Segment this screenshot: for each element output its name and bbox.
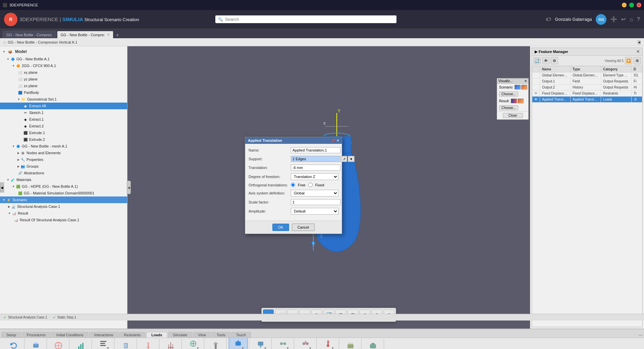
translation-input[interactable] (291, 165, 340, 171)
tree-item[interactable]: ⬛ Extrude.1 (0, 129, 127, 136)
applied-translation-button[interactable]: ▼ Applied Translation (229, 338, 248, 349)
dialog-cancel-button[interactable]: Cancel (292, 224, 315, 231)
add-icon[interactable]: ➕ (610, 16, 617, 22)
search-bar[interactable]: 🔍 (215, 15, 396, 23)
tree-item[interactable]: ⬜ yz plane (0, 76, 127, 82)
tab-1[interactable]: GG - New Bottle - Compres: (3, 31, 56, 38)
ortho-fixed-radio[interactable] (308, 183, 313, 187)
toolbar-tab-touch[interactable]: Touch (231, 332, 251, 338)
row-eye-icon[interactable]: 👁 (534, 92, 538, 95)
table-row-selected[interactable]: 👁 Applied Translation.1 Applied Translat… (532, 97, 642, 103)
user-avatar[interactable]: GG (596, 14, 606, 25)
connector-translation-button[interactable]: ▼ Connector Translation (296, 338, 315, 349)
tree-expand-icon[interactable]: ▼ (3, 50, 5, 53)
fm-tool-3[interactable]: ⚙ (551, 57, 558, 64)
expand-icon[interactable]: ▶ (535, 50, 537, 54)
tree-item[interactable]: ▼ 📊 Result (0, 210, 127, 217)
tree-item[interactable]: ◆ Extract.1 (0, 116, 127, 123)
tab-add-button[interactable]: + (114, 32, 121, 38)
tree-item[interactable]: ▼ 🟩 GG - HDPE (GG - New Bottle A.1) (0, 183, 127, 190)
visualizer-close-icon[interactable]: ✕ (524, 79, 527, 83)
table-row[interactable]: Output.1 Field Output Requests Fi (532, 78, 642, 84)
results-button[interactable]: Results (71, 339, 90, 349)
breadcrumb-collapse[interactable]: ◀ (637, 40, 641, 45)
tree-item-extract4b[interactable]: ◆ Extract.4B (0, 103, 127, 109)
tree-item-abstractions[interactable]: 🔗 Abstractions (0, 170, 127, 176)
dialog-pin-icon[interactable]: 📌 (331, 139, 335, 142)
table-row[interactable]: Global Element Types Global Element Map … (532, 72, 642, 78)
tag-icon[interactable]: 🏷 (546, 16, 551, 22)
dialog-ok-button[interactable]: OK (272, 224, 289, 231)
tree-item[interactable]: ▼ 🔷 GG - New Bottle - mesh A.1 (0, 143, 127, 150)
support-dropdown-button[interactable]: ▼ (348, 156, 355, 162)
tree-item-scenario[interactable]: ▼ ⚡ Scenario (0, 196, 127, 203)
tree-item[interactable]: ⬛ Extrude.2 (0, 136, 127, 143)
bolt-force-button[interactable]: ▼ Bolt Force (206, 339, 225, 349)
maximize-button[interactable]: □ (629, 3, 634, 7)
toolbar-tab-restraints[interactable]: Restraints (119, 332, 146, 338)
tree-item[interactable]: ▼ 🔶 2GG - CFCII 900 A.1 (0, 62, 127, 69)
back-icon[interactable]: ↩ (621, 16, 626, 22)
gravity-button[interactable]: ▼ Gravity (161, 339, 180, 349)
applied-translation-2-button[interactable]: ▼ Applied Translation... (251, 338, 270, 349)
choose-button-1[interactable]: Choose... (499, 92, 518, 97)
choose-button-2[interactable]: Choose... (499, 105, 518, 110)
toolbar-tab-loads[interactable]: Loads (146, 332, 167, 338)
prescribed-temp-button[interactable]: ▼ Prescribed Temperature (319, 338, 337, 349)
feature-manager-close-button[interactable]: ✕ (636, 49, 640, 54)
table-row[interactable]: 👁 Fixed Displacement.1 Fixed Displacemen… (532, 91, 642, 97)
load-case-button[interactable]: Load Case (364, 339, 382, 349)
fm-options-icon[interactable]: ⚙ (634, 57, 641, 64)
force-button[interactable]: ▼ Force (139, 339, 158, 349)
tree-item[interactable]: ▶ ⊞ Nodes and Elements (0, 150, 127, 156)
dialog-close-icon[interactable]: ✕ (336, 139, 339, 142)
tree-item[interactable]: ▶ 🔧 Properties (0, 156, 127, 163)
home-icon[interactable]: ⌂ (630, 16, 633, 22)
tree-item[interactable]: ▼ 🔷 GG - New Bottle A.1 (0, 56, 127, 62)
tab-2-close[interactable]: ✕ (107, 33, 110, 37)
tree-item[interactable]: ▼ 🧪 Materials (0, 176, 127, 183)
tree-item[interactable]: ⬜ zx plane (0, 82, 127, 89)
search-input[interactable] (225, 17, 394, 22)
support-browse-button[interactable]: ↗ (341, 156, 347, 162)
fm-tool-1[interactable]: 🔄 (533, 57, 541, 64)
scale-input[interactable] (291, 199, 340, 205)
scenario-button[interactable]: Scenario (49, 339, 68, 349)
amplitude-select[interactable]: Default (291, 208, 338, 215)
table-row[interactable]: Output.2 History Output Requests Hi (532, 84, 642, 91)
toolbar-tab-setup[interactable]: Setup (1, 332, 21, 338)
tree-item[interactable]: ▶ 🔬 Structural Analysis Case.1 (0, 203, 127, 210)
support-input[interactable] (291, 156, 340, 162)
tree-item[interactable]: ✏ Sketch.1 (0, 109, 127, 116)
ortho-free-radio[interactable] (291, 183, 295, 187)
minimize-button[interactable]: ─ (622, 3, 627, 7)
connector-force-button[interactable]: ▼ Connector Force (274, 338, 292, 349)
fm-filter-icon[interactable]: 🔽 (625, 57, 632, 64)
tree-item[interactable]: 📊 Result Of Structural Analysis Case.1 (0, 217, 127, 223)
pressure-button[interactable]: ▼ Pressure (116, 339, 135, 349)
fm-tool-2[interactable]: 👁 (542, 57, 549, 64)
undo-button[interactable]: ▼ Undo (4, 339, 23, 349)
toolbar-tab-initial-conditions[interactable]: Initial Conditions (51, 332, 89, 338)
name-input[interactable] (291, 147, 340, 153)
toolbar-tab-simulate[interactable]: Simulate (168, 332, 193, 338)
model-button[interactable]: ▼ Model (26, 339, 45, 349)
row-eye-icon[interactable]: 👁 (534, 98, 538, 101)
inertia-relief-button[interactable]: ▼ Inertia Relief (184, 338, 203, 349)
tab-2[interactable]: GG - New Bottle - Compre: ✕ (57, 31, 113, 38)
tree-item[interactable]: ⬜ xy plane (0, 69, 127, 76)
toolbar-tab-interactions[interactable]: Interactions (89, 332, 118, 338)
toolbar-tab-tools[interactable]: Tools (212, 332, 230, 338)
tree-item[interactable]: ◆ Extract.2 (0, 123, 127, 129)
help-icon[interactable]: ? (637, 16, 640, 22)
dialog-header[interactable]: Applied Translation 📌 ✕ (245, 137, 342, 144)
tree-item[interactable]: 🟦 PartBody (0, 89, 127, 96)
toolbar-tab-procedures[interactable]: Procedures (22, 332, 51, 338)
close-button[interactable]: ✕ (637, 3, 641, 7)
panel-collapse-button[interactable]: ◀ (127, 181, 131, 194)
dof-select[interactable]: Translation Z Translation X Translation … (291, 173, 338, 180)
nav-collapse-left-button[interactable]: ◀ (0, 182, 4, 192)
tree-item[interactable]: ▶ 👥 Groups (0, 163, 127, 170)
axis-select[interactable]: Global Local (291, 190, 338, 196)
tree-item[interactable]: 🟩 GG - Material Simulation Domain0000000… (0, 190, 127, 196)
